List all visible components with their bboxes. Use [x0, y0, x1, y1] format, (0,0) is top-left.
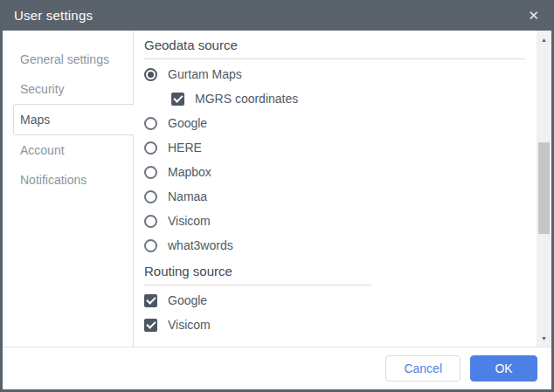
geodata-options: Gurtam Maps MGRS coordinates Google HERE [144, 62, 525, 258]
radio-unchecked-icon[interactable] [144, 215, 157, 228]
cancel-button[interactable]: Cancel [385, 355, 461, 382]
option-label: Mapbox [168, 165, 211, 179]
option-label: Google [168, 293, 207, 307]
sidebar-item-security[interactable]: Security [3, 74, 133, 104]
vertical-scrollbar[interactable]: ▲ ▼ [537, 31, 551, 347]
option-label: Google [168, 116, 207, 130]
sidebar-item-account[interactable]: Account [3, 135, 133, 165]
option-label: Gurtam Maps [168, 67, 242, 81]
checkbox-option-mgrs-coordinates[interactable]: MGRS coordinates [144, 86, 525, 111]
radio-unchecked-icon[interactable] [144, 166, 157, 179]
radio-unchecked-icon[interactable] [144, 117, 157, 130]
settings-content: Geodata source Gurtam Maps MGRS coordina… [134, 31, 551, 347]
radio-option-google[interactable]: Google [144, 111, 525, 135]
checkbox-checked-icon[interactable] [171, 93, 184, 106]
dialog-footer: Cancel OK [3, 347, 551, 389]
option-label: Visicom [168, 318, 211, 332]
close-icon[interactable]: ✕ [525, 7, 542, 24]
option-label: Namaa [168, 189, 207, 203]
checkbox-checked-icon[interactable] [144, 294, 157, 307]
routing-source-section: Routing source Google Visicom [144, 263, 525, 337]
option-label: MGRS coordinates [195, 92, 298, 106]
radio-unchecked-icon[interactable] [144, 239, 157, 252]
routing-options: Google Visicom [144, 288, 525, 337]
option-label: what3words [168, 238, 233, 252]
checkbox-option-visicom[interactable]: Visicom [144, 313, 525, 337]
checkbox-checked-icon[interactable] [144, 319, 157, 332]
ok-button[interactable]: OK [470, 355, 537, 382]
radio-option-gurtam-maps[interactable]: Gurtam Maps [144, 62, 525, 86]
sidebar-item-general-settings[interactable]: General settings [3, 45, 133, 74]
radio-checked-icon[interactable] [144, 68, 157, 81]
geodata-source-section: Geodata source Gurtam Maps MGRS coordina… [144, 37, 525, 258]
radio-option-visicom[interactable]: Visicom [144, 209, 525, 233]
radio-option-namaa[interactable]: Namaa [144, 184, 525, 209]
option-label: HERE [168, 141, 202, 155]
section-divider [144, 58, 525, 59]
scrollbar-thumb[interactable] [538, 142, 550, 234]
dialog-body: General settings Security Maps Account N… [3, 31, 551, 347]
checkbox-option-google[interactable]: Google [144, 288, 525, 313]
radio-option-what3words[interactable]: what3words [144, 233, 525, 258]
scroll-down-icon[interactable]: ▼ [537, 331, 551, 345]
section-divider [144, 285, 371, 285]
section-title-routing-source: Routing source [144, 263, 525, 280]
sidebar-item-maps[interactable]: Maps [13, 104, 134, 135]
user-settings-dialog: User settings ✕ General settings Securit… [0, 0, 554, 392]
radio-option-mapbox[interactable]: Mapbox [144, 160, 525, 184]
radio-unchecked-icon[interactable] [144, 190, 157, 203]
radio-unchecked-icon[interactable] [144, 141, 157, 155]
radio-option-here[interactable]: HERE [144, 135, 525, 160]
titlebar: User settings ✕ [3, 0, 551, 31]
scroll-up-icon[interactable]: ▲ [537, 32, 551, 46]
option-label: Visicom [168, 214, 211, 228]
dialog-title: User settings [14, 8, 525, 23]
section-title-geodata-source: Geodata source [144, 37, 525, 54]
sidebar: General settings Security Maps Account N… [3, 31, 134, 347]
sidebar-item-notifications[interactable]: Notifications [3, 165, 133, 195]
